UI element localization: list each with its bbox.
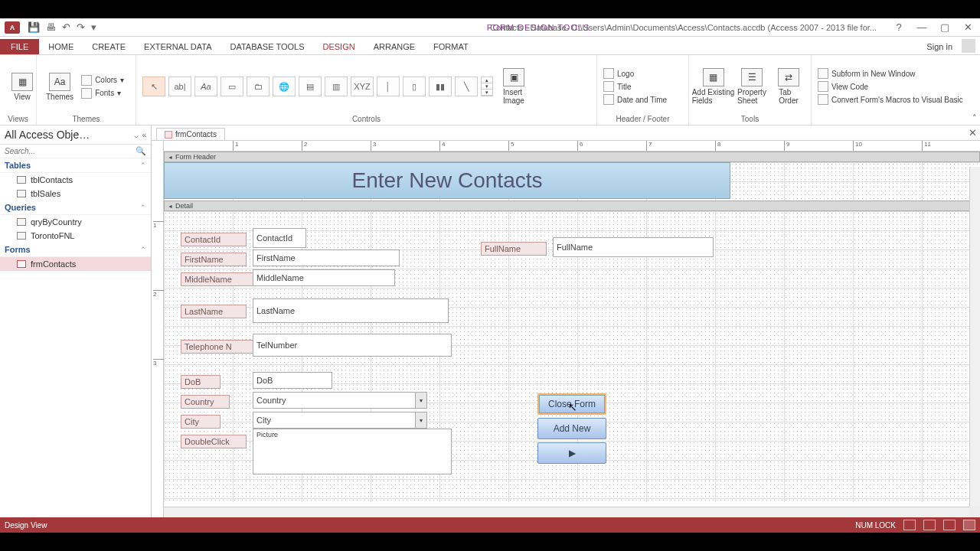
tab-format[interactable]: FORMAT [424, 39, 478, 54]
field-country[interactable]: Country [253, 392, 427, 409]
file-tab[interactable]: FILE [0, 39, 39, 54]
date-icon [603, 94, 614, 105]
tab-arrange[interactable]: ARRANGE [364, 39, 424, 54]
convert-icon [818, 94, 828, 105]
restore-icon[interactable]: ▢ [936, 21, 954, 33]
title-button[interactable]: Title [603, 81, 667, 92]
print-icon[interactable]: 🖶 [46, 21, 56, 33]
label-doubleclick[interactable]: DoubleClick [181, 435, 247, 448]
control-label[interactable]: Aa [194, 77, 217, 96]
view-code-button[interactable]: View Code [818, 81, 963, 92]
label-lastname[interactable]: LastName [181, 305, 247, 318]
tab-create[interactable]: CREATE [83, 39, 135, 54]
close-window-icon[interactable]: ✕ [959, 21, 977, 33]
nav-cat-queries[interactable]: Queries⌃ [0, 201, 151, 215]
label-fullname[interactable]: FullName [481, 242, 547, 256]
control-xyz[interactable]: XYZ [351, 77, 374, 96]
label-country[interactable]: Country [181, 395, 230, 409]
undo-icon[interactable]: ↶ [62, 21, 70, 33]
logo-button[interactable]: Logo [603, 68, 667, 79]
field-city[interactable]: City [253, 412, 427, 429]
avatar[interactable] [962, 39, 975, 53]
section-detail[interactable]: ◄Detail [164, 201, 980, 211]
nav-item-frmcontacts[interactable]: frmContacts [0, 257, 151, 271]
control-hyperlink[interactable]: 🌐 [273, 77, 296, 96]
cursor-icon: ↖ [568, 401, 577, 413]
fonts-button[interactable]: Fonts▾ [81, 88, 124, 99]
group-controls: Controls [142, 115, 590, 125]
form-title-label[interactable]: Enter New Contacts [164, 162, 730, 199]
field-telnumber[interactable]: TelNumber [253, 334, 452, 357]
view-layout-icon[interactable] [943, 520, 956, 530]
field-picture[interactable]: Picture [253, 429, 452, 474]
add-existing-fields-button[interactable]: ▦Add Existing Fields [695, 67, 731, 106]
control-tab[interactable]: 🗀 [247, 77, 270, 96]
nav-cat-forms[interactable]: Forms⌃ [0, 243, 151, 257]
convert-macros-button[interactable]: Convert Form's Macros to Visual Basic [818, 94, 963, 105]
vertical-scrollbar[interactable] [969, 167, 980, 507]
help-icon[interactable]: ? [890, 21, 908, 33]
nav-cat-tables[interactable]: Tables⌃ [0, 158, 151, 173]
nav-item-qrybycountry[interactable]: qryByCountry [0, 215, 151, 229]
horizontal-scrollbar[interactable] [164, 507, 969, 517]
view-form-icon[interactable] [903, 520, 916, 530]
next-button[interactable]: ▶ [537, 442, 606, 464]
controls-scroller[interactable]: ▴▾▾ [481, 77, 493, 96]
group-views: Views [6, 115, 30, 125]
control-rect[interactable]: ▯ [403, 77, 426, 96]
control-chart[interactable]: ▮▮ [429, 77, 452, 96]
nav-item-tblsales[interactable]: tblSales [0, 187, 151, 201]
label-middlename[interactable]: MiddleName [181, 272, 254, 286]
nav-dropdown-icon[interactable]: ⌵ [134, 131, 139, 139]
tab-home[interactable]: HOME [39, 39, 83, 54]
nav-item-torontofnl[interactable]: TorontoFNL [0, 229, 151, 243]
colors-button[interactable]: Colors▾ [81, 75, 124, 86]
nav-item-tblcontacts[interactable]: tblContacts [0, 173, 151, 187]
tab-external-data[interactable]: EXTERNAL DATA [135, 39, 220, 54]
view-button[interactable]: ▦View [6, 71, 38, 103]
field-lastname[interactable]: LastName [253, 298, 449, 323]
property-sheet-button[interactable]: ☰Property Sheet [736, 67, 768, 106]
field-contactid[interactable]: ContactId [253, 228, 306, 248]
control-select[interactable]: ↖ [142, 77, 165, 96]
control-toggle[interactable]: ╲ [455, 77, 478, 96]
themes-button[interactable]: AaThemes [43, 71, 77, 103]
field-dob[interactable]: DoB [253, 372, 332, 389]
control-listbox[interactable]: ▥ [325, 77, 348, 96]
tab-design[interactable]: DESIGN [313, 39, 364, 54]
label-firstname[interactable]: FirstName [181, 253, 247, 266]
add-new-button[interactable]: Add New [537, 418, 606, 439]
view-design-icon[interactable] [963, 520, 975, 530]
label-contactid[interactable]: ContactId [181, 233, 247, 246]
label-dob[interactable]: DoB [181, 375, 220, 389]
control-textbox[interactable]: ab| [168, 77, 191, 96]
redo-icon[interactable]: ↷ [77, 21, 85, 33]
section-form-header[interactable]: ◄Form Header [164, 152, 980, 162]
label-city[interactable]: City [181, 415, 220, 429]
doc-tab-close-icon[interactable]: ✕ [969, 127, 977, 139]
save-icon[interactable]: 💾 [28, 21, 40, 33]
control-line[interactable]: │ [377, 77, 400, 96]
subform-new-window-button[interactable]: Subform in New Window [818, 68, 963, 79]
field-fullname[interactable]: FullName [553, 237, 714, 257]
nav-search-input[interactable] [5, 147, 136, 155]
status-mode: Design View [5, 521, 47, 530]
control-combo[interactable]: ▤ [299, 77, 322, 96]
sign-in-link[interactable]: Sign in [920, 39, 959, 54]
field-middlename[interactable]: MiddleName [253, 269, 395, 286]
view-datasheet-icon[interactable] [923, 520, 936, 530]
tab-database-tools[interactable]: DATABASE TOOLS [220, 39, 313, 54]
control-button[interactable]: ▭ [220, 77, 243, 96]
collapse-ribbon-icon[interactable]: ˄ [972, 113, 977, 123]
field-firstname[interactable]: FirstName [253, 249, 400, 266]
doc-tab-frmcontacts[interactable]: frmContacts [156, 128, 225, 140]
date-time-button[interactable]: Date and Time [603, 94, 667, 105]
logo-icon [603, 68, 614, 79]
qat-dropdown-icon[interactable]: ▾ [91, 21, 96, 33]
search-icon[interactable]: 🔍 [136, 146, 146, 156]
insert-image-button[interactable]: ▣Insert Image [498, 67, 530, 106]
minimize-icon[interactable]: — [913, 21, 931, 33]
nav-shutter-icon[interactable]: « [142, 131, 146, 139]
tab-order-button[interactable]: ⇄Tab Order [773, 67, 805, 106]
label-telnumber[interactable]: Telephone N [181, 340, 254, 354]
